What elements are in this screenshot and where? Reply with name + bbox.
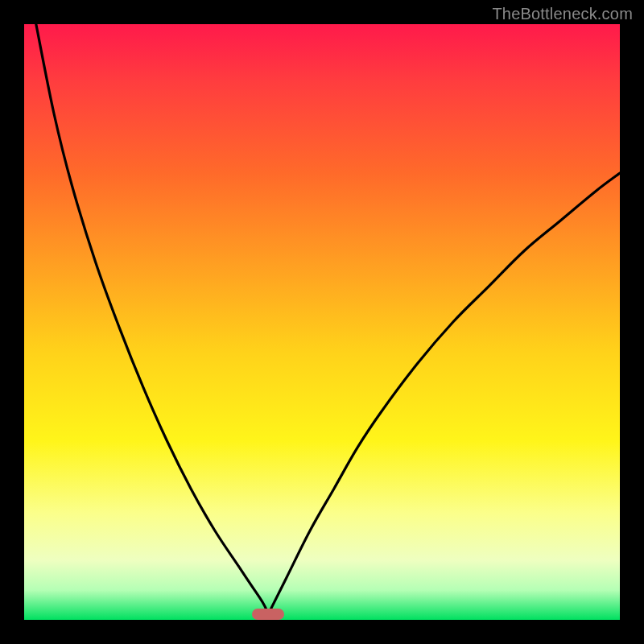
- right-curve: [268, 173, 620, 614]
- watermark-text: TheBottleneck.com: [492, 5, 633, 23]
- plot-area: [24, 24, 620, 620]
- curves-svg: [24, 24, 620, 620]
- left-curve: [36, 24, 269, 614]
- chart-frame: TheBottleneck.com: [0, 0, 644, 644]
- bottleneck-marker: [252, 609, 284, 620]
